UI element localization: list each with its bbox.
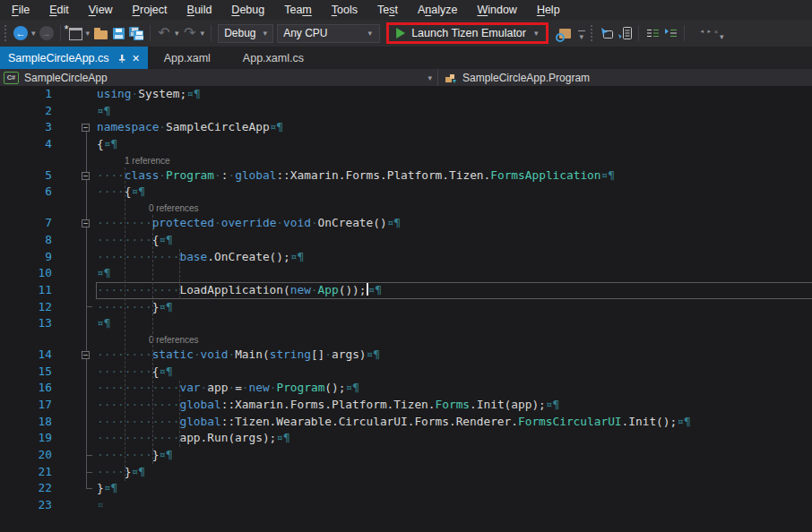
fold-collapse-icon[interactable]: − bbox=[82, 124, 90, 132]
code-line-5: 5−····class·Program·:·global::Xamarin.Fo… bbox=[0, 167, 812, 184]
code-text[interactable]: ············global::Xamarin.Forms.Platfo… bbox=[97, 397, 812, 414]
tab-app-xaml[interactable]: App.xaml bbox=[148, 47, 227, 69]
menu-item-team[interactable]: Team bbox=[274, 0, 322, 20]
menu-item-build[interactable]: Build bbox=[177, 0, 222, 20]
outlining-margin bbox=[52, 265, 97, 282]
codelens-references-link[interactable]: 1 reference bbox=[125, 154, 170, 168]
open-file-button[interactable] bbox=[92, 22, 108, 44]
menu-item-edit[interactable]: Edit bbox=[39, 0, 79, 20]
close-icon[interactable]: × bbox=[133, 52, 140, 64]
outlining-margin bbox=[52, 497, 97, 514]
uncomment-lines-button[interactable] bbox=[662, 22, 678, 44]
code-text[interactable]: ····class·Program·:·global::Xamarin.Form… bbox=[97, 167, 812, 184]
code-text[interactable]: ········{¤¶ bbox=[97, 364, 812, 381]
new-project-button[interactable]: * bbox=[66, 22, 83, 44]
code-editor[interactable]: 1using·System;¤¶2¤¶3−namespace·SampleCir… bbox=[0, 86, 812, 532]
menu-bar: FileEditViewProjectBuildDebugTeamToolsTe… bbox=[0, 0, 812, 20]
menu-item-view[interactable]: View bbox=[79, 0, 123, 20]
save-button[interactable] bbox=[110, 22, 126, 44]
code-text[interactable]: ····{¤¶ bbox=[97, 184, 812, 201]
menu-item-test[interactable]: Test bbox=[367, 0, 408, 20]
code-text[interactable]: ············LoadApplication(new·App());¤… bbox=[97, 282, 812, 299]
save-all-icon bbox=[129, 27, 144, 40]
code-text[interactable]: ········static·void·Main(string[]·args)¤… bbox=[97, 347, 812, 364]
tab-app-xaml-cs[interactable]: App.xaml.cs bbox=[227, 47, 320, 69]
line-number-gutter bbox=[0, 201, 52, 215]
line-number: 21 bbox=[0, 464, 52, 481]
bookmark-overflow-dropdown[interactable]: ▾ bbox=[720, 32, 724, 41]
code-text[interactable]: ········}¤¶ bbox=[97, 299, 812, 316]
tab-label: App.xaml bbox=[164, 52, 211, 64]
peek-definition-button[interactable] bbox=[617, 22, 633, 44]
code-text[interactable]: ····}¤¶ bbox=[97, 464, 812, 481]
menu-item-tools[interactable]: Tools bbox=[322, 0, 367, 20]
menu-item-file[interactable]: File bbox=[2, 0, 39, 20]
launch-dropdown[interactable]: ▾ bbox=[534, 29, 539, 38]
line-number-gutter bbox=[0, 332, 52, 347]
toolbar-grip[interactable] bbox=[4, 25, 6, 41]
line-number: 9 bbox=[0, 249, 52, 266]
tab-samplecircleapp-cs[interactable]: SampleCircleApp.cs× bbox=[0, 47, 148, 69]
code-text[interactable]: ¤¶ bbox=[97, 315, 812, 332]
fold-collapse-icon[interactable]: − bbox=[82, 172, 90, 180]
back-arrow-icon: ← bbox=[13, 26, 28, 40]
code-text[interactable]: ············global::Tizen.Wearable.Circu… bbox=[97, 414, 812, 431]
navigate-backward-button[interactable]: ← bbox=[13, 22, 29, 44]
code-text[interactable]: ············base.OnCreate();¤¶ bbox=[97, 249, 812, 266]
solution-platform-combo[interactable]: Any CPU ▾ bbox=[277, 24, 380, 43]
outlining-margin: − bbox=[52, 119, 97, 136]
toolbar-overflow-button[interactable]: ▾ bbox=[578, 30, 586, 41]
code-line-17: 17············global::Xamarin.Forms.Plat… bbox=[0, 397, 812, 414]
code-text[interactable]: ············app.Run(args);¤¶ bbox=[97, 430, 812, 447]
line-number: 5 bbox=[0, 167, 52, 184]
undo-dropdown[interactable]: ▾ bbox=[175, 29, 179, 38]
save-icon bbox=[113, 28, 125, 39]
run-play-icon bbox=[396, 28, 405, 39]
navigation-bar: C# SampleCircleApp ▾ SampleCircleApp.Pro… bbox=[0, 69, 812, 86]
tab-label: SampleCircleApp.cs bbox=[8, 52, 109, 64]
menu-item-window[interactable]: Window bbox=[467, 0, 526, 20]
line-number: 7 bbox=[0, 215, 52, 232]
toolbar-grip[interactable] bbox=[591, 25, 592, 41]
code-text[interactable]: ········}¤¶ bbox=[97, 447, 812, 464]
redo-dropdown[interactable]: ▾ bbox=[201, 29, 205, 38]
code-text[interactable]: namespace·SampleCircleApp¤¶ bbox=[97, 119, 812, 136]
menu-item-project[interactable]: Project bbox=[123, 0, 177, 20]
peek-definition-icon bbox=[618, 26, 633, 40]
outlining-margin: − bbox=[52, 347, 97, 364]
navigate-backward-dropdown[interactable]: ▾ bbox=[31, 29, 36, 38]
launch-tizen-emulator-button[interactable]: Launch Tizen Emulator ▾ bbox=[396, 27, 540, 39]
code-text[interactable]: ········{¤¶ bbox=[97, 232, 812, 249]
code-text[interactable]: }¤¶ bbox=[97, 480, 812, 497]
menu-item-debug[interactable]: Debug bbox=[221, 0, 274, 20]
codelens-references-link[interactable]: 0 references bbox=[149, 333, 199, 348]
codelens-references-link[interactable]: 0 references bbox=[149, 202, 199, 216]
outlining-margin bbox=[52, 430, 97, 447]
fold-collapse-icon[interactable]: − bbox=[82, 219, 90, 227]
symbol-dropdown[interactable]: SampleCircleApp.Program bbox=[438, 72, 590, 84]
menu-item-analyze[interactable]: Analyze bbox=[408, 0, 467, 20]
save-all-button[interactable] bbox=[128, 22, 144, 44]
comment-lines-button[interactable] bbox=[644, 22, 661, 44]
find-symbol-button[interactable] bbox=[554, 22, 574, 44]
code-text[interactable]: ········protected·override·void·OnCreate… bbox=[97, 215, 812, 232]
solution-configuration-combo[interactable]: Debug ▾ bbox=[218, 24, 273, 43]
outlining-margin bbox=[52, 364, 97, 381]
go-to-definition-button[interactable] bbox=[599, 22, 615, 44]
code-text[interactable]: ············var·app·=·new·Program();¤¶ bbox=[97, 380, 812, 397]
code-line-1: 1using·System;¤¶ bbox=[0, 86, 812, 103]
undo-button[interactable]: ↶ bbox=[156, 22, 172, 44]
project-dropdown[interactable]: C# SampleCircleApp ▾ bbox=[0, 69, 438, 86]
code-text[interactable]: ¤ bbox=[97, 497, 812, 514]
redo-button[interactable]: ↷ bbox=[182, 22, 198, 44]
menu-item-help[interactable]: Help bbox=[527, 0, 570, 20]
new-project-dropdown[interactable]: ▾ bbox=[86, 29, 91, 38]
pin-icon[interactable] bbox=[117, 54, 126, 64]
fold-collapse-icon[interactable]: − bbox=[82, 351, 90, 359]
code-text[interactable]: ¤¶ bbox=[97, 103, 812, 120]
code-text[interactable]: ¤¶ bbox=[97, 265, 812, 282]
navigate-forward-button[interactable]: → bbox=[39, 22, 55, 44]
line-number: 20 bbox=[0, 447, 52, 464]
code-text[interactable]: using·System;¤¶ bbox=[97, 86, 812, 103]
code-text[interactable]: {¤¶ bbox=[97, 136, 812, 153]
